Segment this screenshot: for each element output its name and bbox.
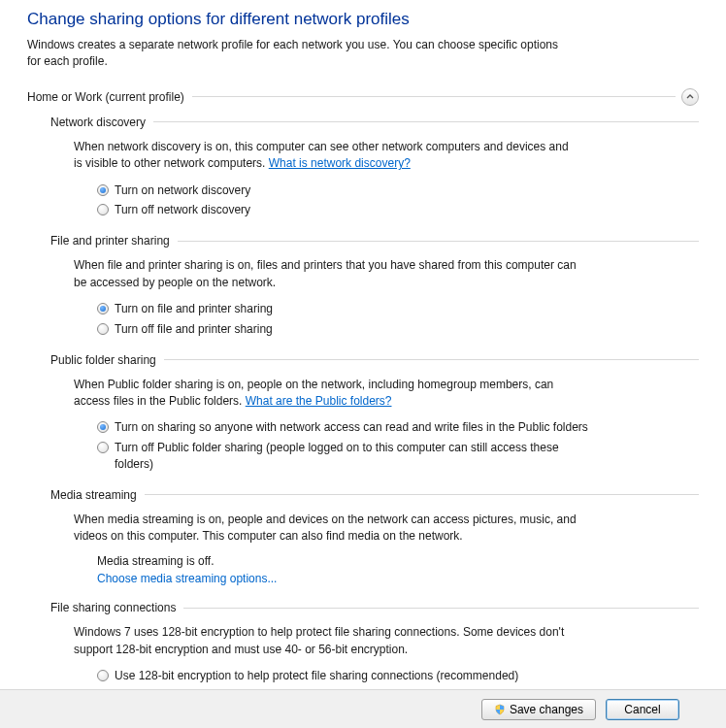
radio-icon (97, 421, 109, 433)
section-description: When network discovery is on, this compu… (74, 139, 578, 173)
divider (153, 121, 699, 122)
link-choose-media-streaming-options[interactable]: Choose media streaming options... (97, 572, 699, 585)
link-what-is-network-discovery[interactable]: What is network discovery? (269, 156, 411, 170)
section-title: Network discovery (50, 116, 153, 129)
section-title: File and printer sharing (50, 234, 178, 248)
button-label: Save changes (510, 703, 583, 716)
divider (178, 241, 699, 242)
section-header: Public folder sharing (50, 353, 699, 367)
section-description: When media streaming is on, people and d… (74, 512, 578, 546)
radio-label: Enable file sharing for devices that use… (115, 688, 438, 689)
divider (164, 359, 699, 360)
collapse-button[interactable] (681, 88, 699, 106)
cancel-button[interactable]: Cancel (606, 699, 679, 720)
chevron-up-icon (686, 93, 694, 101)
radio-icon (97, 303, 109, 314)
shield-icon (494, 704, 506, 715)
section-header: Network discovery (50, 116, 699, 129)
section-header: File sharing connections (50, 601, 699, 614)
section-header: Media streaming (50, 488, 699, 502)
divider (145, 494, 699, 495)
divider (183, 608, 699, 609)
section-title: Media streaming (50, 488, 145, 502)
section-media-streaming: Media streaming When media streaming is … (50, 488, 699, 586)
media-streaming-status: Media streaming is off. (97, 554, 699, 568)
radio-label: Turn on file and printer sharing (115, 301, 273, 317)
section-file-printer-sharing: File and printer sharing When file and p… (50, 234, 699, 337)
radio-file-printer-off[interactable]: Turn off file and printer sharing (97, 321, 699, 338)
section-network-discovery: Network discovery When network discovery… (50, 116, 699, 218)
section-description: When file and printer sharing is on, fil… (74, 257, 578, 291)
footer-bar: Save changes Cancel (0, 689, 726, 728)
section-description: When Public folder sharing is on, people… (74, 377, 578, 411)
button-label: Cancel (624, 703, 660, 716)
page-title: Change sharing options for different net… (27, 10, 699, 29)
settings-content: Change sharing options for different net… (0, 0, 726, 689)
radio-128bit-encryption[interactable]: Use 128-bit encryption to help protect f… (97, 668, 699, 684)
radio-icon (97, 323, 109, 335)
radio-icon (97, 184, 109, 196)
divider (192, 96, 676, 97)
save-changes-button[interactable]: Save changes (481, 699, 596, 720)
link-what-are-public-folders[interactable]: What are the Public folders? (246, 394, 392, 408)
radio-label: Turn on sharing so anyone with network a… (115, 419, 588, 436)
profile-label: Home or Work (current profile) (27, 90, 192, 104)
section-file-sharing-connections: File sharing connections Windows 7 uses … (50, 601, 699, 689)
radio-network-discovery-on[interactable]: Turn on network discovery (97, 182, 699, 199)
radio-file-printer-on[interactable]: Turn on file and printer sharing (97, 301, 699, 317)
section-title: Public folder sharing (50, 353, 164, 367)
page-description: Windows creates a separate network profi… (27, 37, 571, 71)
radio-icon (97, 442, 109, 453)
radio-label: Turn off file and printer sharing (115, 321, 273, 338)
section-header: File and printer sharing (50, 234, 699, 248)
radio-label: Turn on network discovery (115, 182, 250, 199)
section-description: Windows 7 uses 128-bit encryption to hel… (74, 624, 578, 658)
radio-public-folder-on[interactable]: Turn on sharing so anyone with network a… (97, 419, 699, 436)
section-title: File sharing connections (50, 601, 183, 614)
radio-icon (97, 670, 109, 681)
radio-label: Turn off network discovery (115, 202, 250, 218)
radio-icon (97, 204, 109, 215)
radio-network-discovery-off[interactable]: Turn off network discovery (97, 202, 699, 218)
radio-label: Turn off Public folder sharing (people l… (115, 440, 590, 473)
profile-header[interactable]: Home or Work (current profile) (27, 88, 699, 106)
radio-public-folder-off[interactable]: Turn off Public folder sharing (people l… (97, 440, 699, 473)
section-public-folder-sharing: Public folder sharing When Public folder… (50, 353, 699, 473)
radio-label: Use 128-bit encryption to help protect f… (115, 668, 518, 684)
